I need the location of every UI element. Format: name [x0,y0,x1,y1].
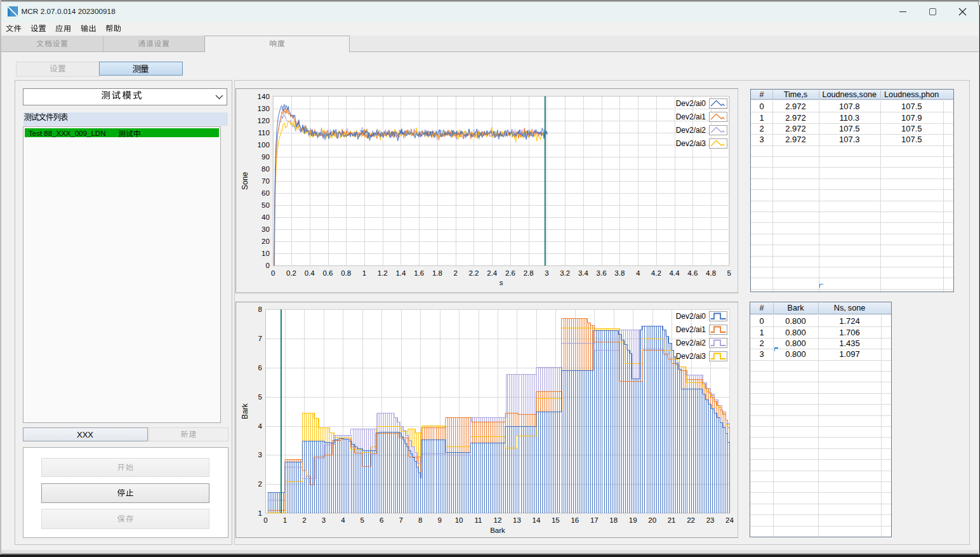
svg-text:0.2: 0.2 [286,269,296,277]
svg-text:0: 0 [263,516,267,524]
svg-text:3: 3 [258,451,262,459]
svg-text:6: 6 [380,516,383,524]
svg-text:4.8: 4.8 [706,269,716,277]
svg-text:2: 2 [453,269,457,277]
svg-text:2.4: 2.4 [487,269,498,277]
svg-text:11: 11 [474,516,482,524]
svg-text:3.6: 3.6 [596,269,606,277]
svg-text:50: 50 [262,201,270,209]
svg-text:5: 5 [258,393,262,401]
svg-text:20: 20 [262,238,270,245]
svg-text:Dev2/ai1: Dev2/ai1 [675,112,706,121]
svg-text:140: 140 [257,93,269,100]
svg-text:80: 80 [262,165,270,173]
svg-text:3: 3 [321,516,325,524]
svg-text:3.4: 3.4 [578,269,588,277]
svg-text:Sone: Sone [241,172,249,190]
svg-text:1: 1 [362,269,366,277]
svg-text:20: 20 [648,516,656,524]
svg-text:Dev2/ai3: Dev2/ai3 [675,139,706,148]
svg-text:19: 19 [628,516,637,524]
svg-text:Dev2/ai3: Dev2/ai3 [675,352,706,361]
svg-text:4: 4 [258,422,262,430]
svg-text:Bark: Bark [241,403,249,419]
svg-text:Dev2/ai2: Dev2/ai2 [675,126,706,135]
svg-text:8: 8 [258,305,262,313]
svg-text:120: 120 [257,117,269,124]
svg-text:7: 7 [258,335,262,342]
svg-text:4.4: 4.4 [669,269,680,277]
svg-text:13: 13 [513,516,521,524]
svg-text:6: 6 [258,364,262,372]
svg-text:30: 30 [262,225,270,233]
svg-text:1: 1 [282,516,286,524]
svg-text:23: 23 [706,516,714,524]
svg-text:40: 40 [262,213,270,221]
svg-text:Bark: Bark [490,527,505,534]
svg-text:2.8: 2.8 [523,269,533,277]
svg-text:Dev2/ai2: Dev2/ai2 [675,339,706,347]
svg-text:2.6: 2.6 [505,269,515,277]
svg-text:24: 24 [725,516,734,524]
svg-text:9: 9 [437,516,441,524]
svg-text:3.2: 3.2 [560,269,570,277]
svg-text:5: 5 [727,269,731,277]
svg-text:100: 100 [257,141,269,149]
svg-text:17: 17 [590,516,598,524]
svg-text:4.6: 4.6 [687,269,698,277]
svg-text:1.8: 1.8 [432,269,442,277]
svg-text:Dev2/ai0: Dev2/ai0 [675,312,706,321]
svg-text:90: 90 [262,153,270,161]
svg-text:2: 2 [302,516,306,524]
svg-text:1.6: 1.6 [414,269,424,277]
svg-text:22: 22 [687,516,695,524]
svg-text:10: 10 [454,516,463,524]
svg-text:8: 8 [418,516,421,524]
svg-text:0.6: 0.6 [322,269,333,277]
svg-text:21: 21 [667,516,675,524]
svg-text:4.2: 4.2 [651,269,661,277]
svg-text:18: 18 [609,516,618,524]
svg-text:14: 14 [532,516,540,524]
svg-text:2.2: 2.2 [468,269,479,277]
svg-text:0: 0 [265,262,269,269]
svg-text:12: 12 [493,516,501,524]
svg-text:10: 10 [262,250,270,257]
svg-text:3.8: 3.8 [614,269,625,277]
svg-text:5: 5 [360,516,364,524]
svg-text:16: 16 [571,516,579,524]
svg-text:7: 7 [399,516,402,524]
svg-text:15: 15 [551,516,559,524]
svg-text:110: 110 [258,129,269,137]
svg-text:130: 130 [257,105,269,112]
svg-text:4: 4 [341,516,345,524]
svg-text:0.8: 0.8 [341,269,351,277]
svg-text:s: s [499,279,503,286]
svg-text:70: 70 [262,177,270,185]
svg-text:1.2: 1.2 [377,269,387,277]
svg-text:4: 4 [635,269,640,277]
svg-text:0: 0 [271,269,275,277]
svg-text:3: 3 [545,269,548,277]
svg-text:1: 1 [258,509,262,517]
svg-text:Dev2/ai0: Dev2/ai0 [675,99,706,108]
svg-text:1.4: 1.4 [395,269,406,277]
svg-text:60: 60 [262,189,270,197]
svg-text:0.4: 0.4 [304,269,315,277]
svg-text:Dev2/ai1: Dev2/ai1 [675,325,706,334]
svg-text:2: 2 [258,480,262,488]
